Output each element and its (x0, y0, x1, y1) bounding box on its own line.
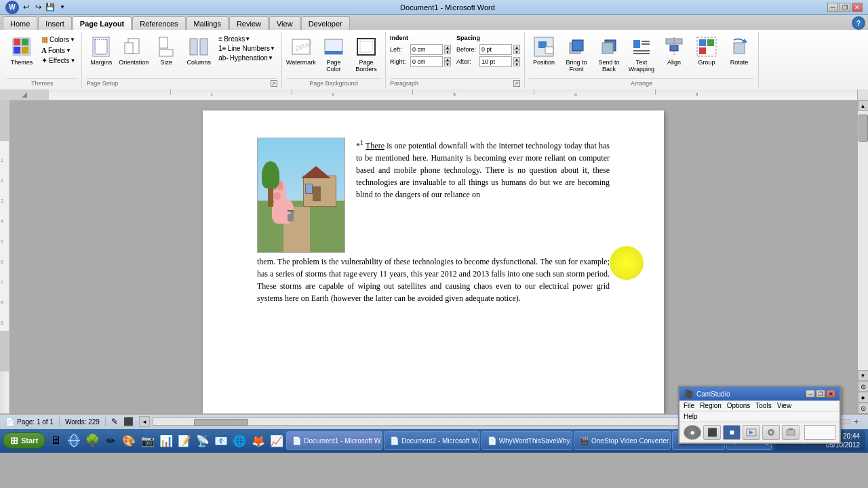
paragraph-group-label: Paragraph ↗ (390, 78, 520, 87)
taskbar-ppt-icon[interactable]: 📊 (157, 431, 174, 450)
tab-mailings[interactable]: Mailings (186, 16, 229, 30)
taskbar-ie-icon[interactable] (65, 431, 82, 450)
indent-right-down[interactable]: ▼ (444, 62, 451, 66)
spacing-before-up[interactable]: ▲ (513, 45, 520, 49)
taskbar-pencil-icon[interactable]: ✏ (102, 431, 119, 450)
taskbar-show-desktop[interactable]: 🖥 (47, 431, 64, 450)
camstudio-options1-button[interactable] (743, 425, 760, 440)
camstudio-menu-help[interactable]: Help (684, 413, 698, 420)
tab-view[interactable]: View (269, 16, 300, 30)
taskbar-word-icon[interactable]: 📝 (176, 431, 193, 450)
start-icon: ⊞ (10, 435, 18, 446)
page-borders-button[interactable]: PageBorders (351, 35, 381, 74)
help-button[interactable]: ? (852, 16, 865, 30)
spacing-after-input[interactable] (479, 56, 512, 67)
taskbar-chart-icon[interactable]: 📈 (268, 431, 285, 450)
camstudio-menu-region[interactable]: Region (700, 402, 722, 409)
tab-review[interactable]: Review (229, 16, 269, 30)
hscroll-track[interactable] (153, 418, 747, 426)
text-wrapping-button[interactable]: TextWrapping (627, 35, 656, 74)
camstudio-options2-button[interactable] (762, 425, 780, 440)
indent-left-input[interactable] (410, 44, 443, 55)
send-to-back-button[interactable]: Send toBack (594, 35, 624, 74)
status-sep-2 (105, 417, 106, 426)
margins-button[interactable]: Margins (86, 35, 116, 67)
line-numbers-button[interactable]: 1≡ Line Numbers ▼ (216, 44, 277, 53)
orientation-button[interactable]: Orientation (119, 35, 149, 67)
indent-right-up[interactable]: ▲ (444, 57, 451, 62)
spacing-after-up[interactable]: ▲ (513, 57, 520, 62)
camstudio-menu-view[interactable]: View (777, 402, 792, 409)
taskbar-ie2-icon[interactable]: 🌐 (231, 431, 248, 450)
group-button[interactable]: Group (692, 35, 722, 67)
camstudio-record-button[interactable]: ● (684, 425, 701, 440)
colors-button[interactable]: ▦ Colors ▼ (39, 35, 77, 45)
taskbar-whywont-button[interactable]: 📄 WhyWontThisSaveWhy... (481, 431, 572, 450)
tab-references[interactable]: References (132, 16, 185, 30)
hscroll-thumb[interactable] (194, 419, 248, 426)
spacing-before-input[interactable] (479, 44, 512, 55)
watermark-button[interactable]: DRAFT Watermark (286, 35, 316, 67)
size-button[interactable]: Size (151, 35, 181, 67)
spacing-before-down[interactable]: ▼ (513, 49, 520, 54)
camstudio-stop-button[interactable]: ■ (723, 425, 741, 440)
scroll-track[interactable] (858, 111, 868, 370)
prev-page-button[interactable]: ⊙ (858, 381, 869, 392)
page-setup-expand-button[interactable]: ↗ (271, 80, 277, 87)
select-browse-button[interactable]: ● (858, 392, 869, 403)
hyphenation-button[interactable]: ab- Hyphenation ▼ (216, 54, 277, 62)
undo-button[interactable]: ↩ (20, 3, 31, 12)
taskbar-doc2-button[interactable]: 📄 Document2 - Microsoft W... (384, 431, 480, 450)
breaks-button[interactable]: ≡ Breaks ▼ (216, 35, 277, 43)
paragraph-expand-button[interactable]: ↗ (513, 80, 520, 87)
camstudio-menu-tools[interactable]: Tools (755, 402, 771, 409)
page-color-button[interactable]: PageColor (319, 35, 349, 74)
scroll-up-button[interactable]: ▲ (858, 100, 869, 111)
taskbar-tree-icon[interactable]: 🌳 (83, 431, 100, 450)
columns-button[interactable]: Columns (184, 35, 214, 67)
taskbar-firefox-icon[interactable]: 🦊 (250, 431, 267, 450)
rotate-button[interactable]: Rotate (724, 35, 754, 67)
start-button[interactable]: ⊞ Start (3, 432, 45, 449)
align-button[interactable]: Align (659, 35, 689, 67)
taskbar-doc1-button[interactable]: 📄 Document1 - Microsoft W... (286, 431, 382, 450)
camstudio-options3-button[interactable] (782, 425, 800, 440)
indent-left-up[interactable]: ▲ (444, 45, 451, 49)
spacing-after-down[interactable]: ▼ (513, 62, 520, 66)
tab-developer[interactable]: Developer (301, 16, 350, 30)
camstudio-menu-options[interactable]: Options (727, 402, 750, 409)
camstudio-minimize-button[interactable]: ─ (806, 390, 815, 398)
camstudio-restore-button[interactable]: ❐ (816, 390, 825, 398)
tab-page-layout[interactable]: Page Layout (73, 16, 132, 30)
fonts-button[interactable]: A Fonts ▼ (39, 45, 77, 55)
themes-button[interactable]: Themes (7, 35, 37, 67)
scroll-down-button[interactable]: ▼ (858, 370, 869, 381)
zoom-increase-button[interactable]: + (854, 417, 859, 426)
tab-insert[interactable]: Insert (38, 16, 72, 30)
camstudio-pause-button[interactable]: ⬛ (703, 425, 721, 440)
taskbar-onestop-button[interactable]: 🎬 OneStop Video Converter... (574, 431, 671, 450)
next-page-button[interactable]: ⊙ (858, 403, 869, 413)
indent-right-input[interactable] (410, 56, 443, 67)
office-button[interactable]: W (5, 1, 19, 14)
indent-left-down[interactable]: ▼ (444, 49, 451, 54)
position-button[interactable]: Position (529, 35, 559, 67)
save-button[interactable]: 💾 (45, 3, 56, 12)
redo-button[interactable]: ↪ (33, 3, 43, 12)
bring-to-front-button[interactable]: Bring toFront (561, 35, 591, 74)
effects-button[interactable]: ✦ Effects ▼ (39, 56, 77, 66)
customize-qa-button[interactable]: ▼ (57, 3, 68, 12)
scroll-thumb[interactable] (859, 115, 868, 142)
restore-button[interactable]: ❐ (840, 3, 850, 12)
taskbar-photo-icon[interactable]: 📷 (139, 431, 156, 450)
close-button[interactable]: ✕ (852, 3, 863, 12)
camstudio-close-button[interactable]: ✕ (826, 390, 835, 398)
page-setup-label-text: Page Setup (86, 80, 118, 87)
taskbar-paint-icon[interactable]: 🎨 (121, 431, 138, 450)
tab-home[interactable]: Home (3, 16, 37, 30)
taskbar-rss-icon[interactable]: 📡 (194, 431, 211, 450)
taskbar-mail-icon[interactable]: 📧 (213, 431, 230, 450)
minimize-button[interactable]: ─ (827, 3, 838, 12)
hscroll-left-button[interactable]: ◄ (139, 416, 150, 427)
camstudio-menu-file[interactable]: File (684, 402, 694, 409)
